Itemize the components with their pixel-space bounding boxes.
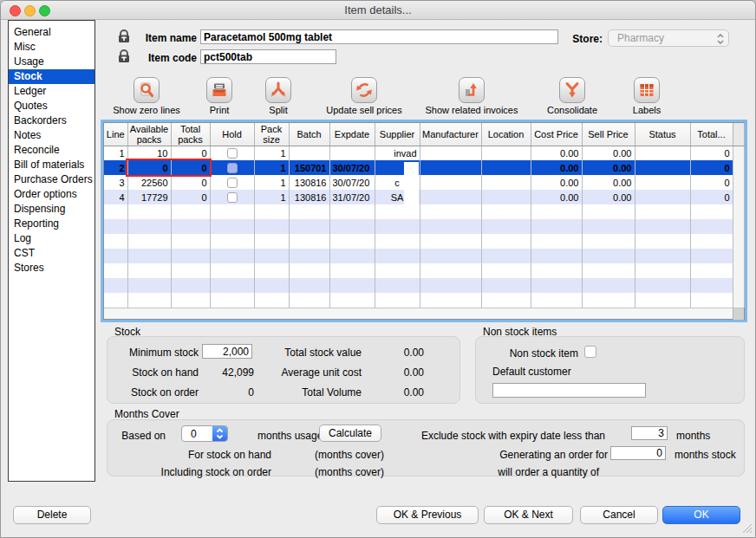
total-volume-value: 0.00	[382, 386, 424, 399]
minimum-stock-label: Minimum stock	[105, 347, 199, 359]
sidebar-item-stores[interactable]: Stores	[9, 261, 94, 275]
store-selected-value: Pharmacy	[617, 32, 664, 44]
refresh-icon	[351, 77, 377, 103]
hold-checkbox[interactable]	[227, 178, 238, 188]
average-unit-cost-label: Average unit cost	[270, 366, 362, 379]
table-header-row: Line Available packs Total packs Hold Pa…	[104, 123, 744, 146]
item-code-label: Item code	[105, 52, 197, 64]
stock-row-1[interactable]: 1 10 0 1 invad 0.00 0.00 0	[104, 146, 744, 160]
stock-row-4[interactable]: 4 17729 0 1 130816 31/07/20 SA 0.00 0.00…	[104, 190, 744, 204]
sidebar-item-general[interactable]: General	[9, 25, 94, 40]
sidebar-item-usage[interactable]: Usage	[9, 55, 94, 69]
default-customer-input[interactable]	[492, 383, 646, 398]
split-button[interactable]: Split	[235, 77, 322, 115]
sidebar: General Misc Usage Stock Ledger Quotes B…	[8, 20, 95, 482]
col-header-pack-size[interactable]: Pack size	[254, 123, 289, 146]
ok-previous-button[interactable]: OK & Previous	[376, 506, 479, 524]
sidebar-item-quotes[interactable]: Quotes	[9, 99, 94, 113]
item-name-label: Item name	[105, 32, 197, 44]
update-sell-prices-button[interactable]: Update sell prices	[321, 77, 407, 115]
col-header-status[interactable]: Status	[635, 123, 690, 146]
consolidate-button[interactable]: Consolidate	[533, 77, 611, 115]
sidebar-item-notes[interactable]: Notes	[9, 128, 94, 143]
resize-grip[interactable]	[740, 522, 753, 534]
sidebar-item-log[interactable]: Log	[9, 231, 94, 246]
generating-order-input[interactable]	[610, 446, 666, 460]
hold-checkbox[interactable]	[227, 148, 238, 159]
based-on-value: 0	[191, 428, 197, 440]
for-stock-on-hand-label: For stock on hand	[131, 449, 271, 461]
months-stock-unit: months stock	[675, 449, 744, 461]
print-label: Print	[210, 105, 230, 115]
stock-row-2-selected[interactable]: 2 0 0 1 150701 30/07/20 0.00 0.00 0	[104, 160, 744, 175]
store-stepper-icon	[716, 33, 725, 45]
ok-next-button[interactable]: OK & Next	[484, 506, 573, 524]
col-header-total-packs[interactable]: Total packs	[171, 123, 210, 146]
empty-row[interactable]	[104, 219, 744, 234]
sidebar-item-backorders[interactable]: Backorders	[9, 113, 94, 128]
col-header-available-packs[interactable]: Available packs	[127, 123, 171, 146]
col-header-total[interactable]: Total...	[690, 123, 733, 146]
based-on-label: Based on	[103, 430, 166, 442]
exclude-expiry-input[interactable]	[631, 426, 668, 440]
delete-button[interactable]: Delete	[13, 506, 91, 524]
hold-checkbox[interactable]	[227, 192, 238, 203]
sidebar-item-purchase-orders[interactable]: Purchase Orders	[9, 172, 94, 187]
sidebar-item-reconcile[interactable]: Reconcile	[9, 143, 94, 158]
show-related-invoices-button[interactable]: Show related invoices	[420, 77, 524, 115]
col-header-cost-price[interactable]: Cost Price	[531, 123, 582, 146]
table-grid-icon	[634, 77, 660, 103]
empty-row[interactable]	[104, 249, 744, 263]
item-code-input[interactable]	[200, 49, 336, 64]
scrollbar-corner	[733, 308, 744, 320]
average-unit-cost-value: 0.00	[382, 366, 424, 379]
total-stock-value: 0.00	[382, 347, 424, 359]
col-header-line[interactable]: Line	[104, 123, 127, 146]
sidebar-item-cst[interactable]: CST	[9, 246, 94, 261]
show-zero-lines-label: Show zero lines	[113, 105, 180, 115]
ok-button[interactable]: OK	[662, 506, 740, 524]
horizontal-scrollbar[interactable]	[104, 308, 744, 319]
col-header-location[interactable]: Location	[481, 123, 531, 146]
sidebar-item-reporting[interactable]: Reporting	[9, 217, 94, 231]
based-on-select[interactable]: 0	[181, 425, 228, 442]
consolidate-label: Consolidate	[547, 105, 597, 115]
item-name-input[interactable]	[200, 29, 558, 44]
generating-order-label: Generating an order for	[469, 449, 608, 461]
title-bar: Item details...	[1, 1, 755, 20]
stock-lines-table: Line Available packs Total packs Hold Pa…	[103, 122, 745, 320]
stock-on-order-label: Stock on order	[105, 386, 199, 399]
col-header-supplier[interactable]: Supplier	[375, 123, 420, 146]
labels-button[interactable]: Labels	[608, 77, 686, 115]
magnifier-icon	[134, 77, 160, 103]
cancel-button[interactable]: Cancel	[580, 506, 658, 524]
empty-row[interactable]	[104, 293, 744, 308]
empty-row[interactable]	[104, 204, 744, 219]
empty-row[interactable]	[104, 234, 744, 249]
minimum-stock-input[interactable]	[202, 344, 252, 359]
months-cover-hint-2: (months cover)	[315, 466, 401, 478]
months-cover-hint-1: (months cover)	[315, 449, 401, 461]
item-details-window: Item details... General Misc Usage Stock…	[0, 0, 756, 538]
col-header-hold[interactable]: Hold	[210, 123, 254, 146]
col-header-batch[interactable]: Batch	[289, 123, 329, 146]
merge-down-icon	[559, 77, 585, 103]
non-stock-item-checkbox[interactable]	[584, 346, 596, 358]
col-header-manufacturer[interactable]: Manufacturer	[420, 123, 481, 146]
col-header-sell-price[interactable]: Sell Price	[582, 123, 635, 146]
sidebar-item-order-options[interactable]: Order options	[9, 187, 94, 202]
hold-checkbox[interactable]	[227, 163, 238, 173]
sidebar-item-ledger[interactable]: Ledger	[9, 84, 94, 99]
empty-row[interactable]	[104, 278, 744, 293]
col-header-expdate[interactable]: Expdate	[329, 123, 375, 146]
sidebar-item-misc[interactable]: Misc	[9, 40, 94, 55]
calculate-button[interactable]: Calculate	[319, 425, 381, 442]
sidebar-item-stock[interactable]: Stock	[9, 69, 94, 84]
exclude-expiry-unit: months	[676, 430, 728, 442]
sidebar-item-dispensing[interactable]: Dispensing	[9, 202, 94, 217]
sidebar-item-bill-of-materials[interactable]: Bill of materials	[9, 158, 94, 172]
store-select[interactable]: Pharmacy	[608, 29, 729, 47]
stock-row-3[interactable]: 3 22560 0 1 130816 30/07/20 c 0.00 0.00 …	[104, 175, 744, 190]
total-stock-value-label: Total stock value	[270, 347, 362, 359]
empty-row[interactable]	[104, 263, 744, 278]
